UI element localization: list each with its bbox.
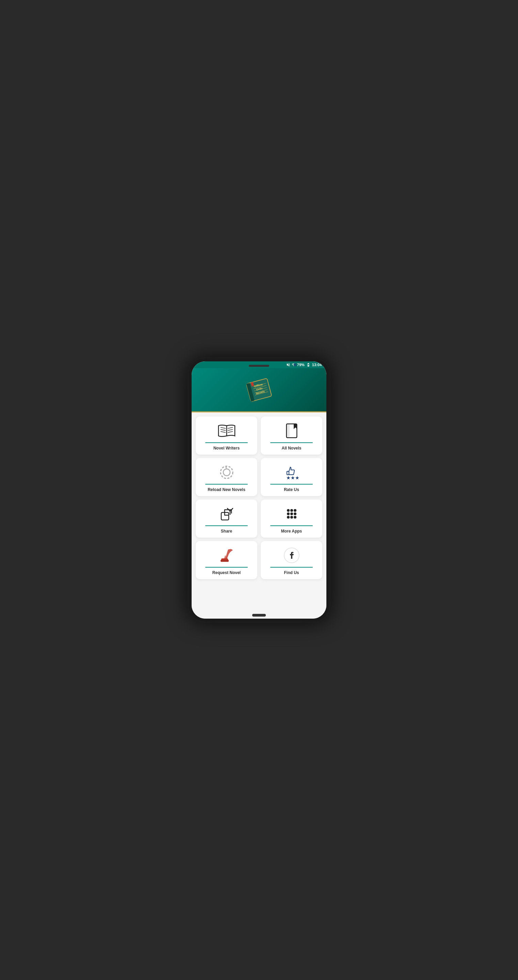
all-novels-label: All Novels	[282, 446, 301, 450]
menu-grid: Novel Writers All Novels	[196, 417, 322, 579]
card-divider	[205, 442, 248, 443]
svg-line-17	[228, 430, 233, 430]
svg-point-30	[294, 509, 296, 512]
card-divider	[205, 525, 248, 526]
svg-line-13	[220, 427, 226, 428]
card-divider	[205, 484, 248, 485]
phone-device: 79% 13:04	[188, 357, 330, 623]
svg-point-32	[290, 512, 293, 515]
mute-icon	[286, 363, 290, 367]
rate-us-label: Rate Us	[284, 487, 299, 492]
svg-rect-21	[287, 424, 290, 437]
svg-point-36	[294, 516, 296, 519]
svg-rect-25	[287, 471, 289, 475]
rate-us-card[interactable]: ★★★ Rate Us	[261, 458, 322, 496]
battery-text: 79%	[297, 363, 304, 367]
card-divider	[205, 567, 248, 568]
facebook-icon	[284, 546, 300, 564]
grid-apps-icon	[284, 505, 300, 523]
share-icon	[218, 505, 235, 523]
svg-point-28	[287, 509, 290, 512]
app-logo: Offline Urdu Novels	[244, 375, 274, 405]
request-novel-label: Request Novel	[212, 570, 241, 575]
card-divider	[270, 567, 313, 568]
novel-writers-label: Novel Writers	[214, 446, 240, 450]
svg-text:★★★: ★★★	[286, 475, 300, 480]
thumbs-up-stars-icon: ★★★	[283, 463, 301, 481]
phone-screen: 79% 13:04	[191, 361, 327, 619]
reload-new-novels-card[interactable]: Reload New Novels	[196, 458, 257, 496]
reload-icon	[218, 463, 235, 481]
status-icons: 79% 13:04	[286, 363, 322, 367]
svg-point-34	[287, 516, 290, 519]
card-divider	[270, 484, 313, 485]
svg-point-31	[287, 512, 290, 515]
card-divider	[270, 525, 313, 526]
main-content: Novel Writers All Novels	[191, 412, 327, 619]
svg-point-35	[290, 516, 293, 519]
phone-speaker	[249, 365, 269, 367]
phone-camera	[294, 363, 296, 366]
open-book-icon	[218, 422, 236, 440]
time-text: 13:04	[312, 363, 322, 367]
reload-new-novels-label: Reload New Novels	[207, 487, 245, 492]
find-us-card[interactable]: Find Us	[261, 541, 322, 579]
battery-icon	[306, 363, 311, 367]
all-novels-card[interactable]: All Novels	[261, 417, 322, 455]
share-label: Share	[221, 529, 232, 533]
svg-point-29	[290, 509, 293, 512]
svg-line-15	[220, 431, 226, 433]
svg-line-18	[228, 431, 233, 433]
svg-point-24	[223, 469, 230, 476]
request-novel-card[interactable]: Request Novel	[196, 541, 257, 579]
offline-urdu-novels-icon: Offline Urdu Novels	[240, 371, 278, 408]
svg-line-14	[220, 430, 226, 430]
bookmark-book-icon	[284, 422, 299, 440]
svg-point-33	[294, 512, 296, 515]
quill-pen-icon	[218, 546, 236, 564]
header-banner: Offline Urdu Novels	[191, 368, 327, 412]
svg-line-16	[228, 427, 233, 428]
phone-home-button[interactable]	[252, 614, 266, 617]
novel-writers-card[interactable]: Novel Writers	[196, 417, 257, 455]
more-apps-label: More Apps	[281, 529, 302, 533]
share-card[interactable]: Share	[196, 500, 257, 538]
find-us-label: Find Us	[284, 570, 299, 575]
more-apps-card[interactable]: More Apps	[261, 500, 322, 538]
card-divider	[270, 442, 313, 443]
svg-rect-38	[220, 560, 229, 562]
